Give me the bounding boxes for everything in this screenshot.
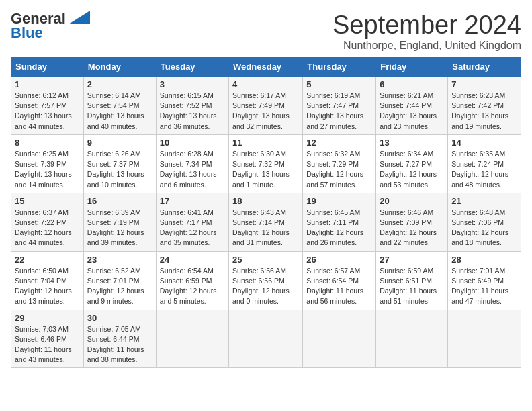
day-info: Sunrise: 6:30 AM Sunset: 7:32 PM Dayligh… — [232, 149, 299, 190]
day-info: Sunrise: 6:59 AM Sunset: 6:51 PM Dayligh… — [380, 266, 444, 307]
day-number: 24 — [160, 255, 225, 265]
day-number: 15 — [15, 196, 80, 206]
day-info: Sunrise: 6:15 AM Sunset: 7:52 PM Dayligh… — [160, 91, 225, 132]
day-info: Sunrise: 6:32 AM Sunset: 7:29 PM Dayligh… — [306, 149, 372, 190]
day-number: 17 — [160, 196, 225, 206]
calendar-cell: 4 Sunrise: 6:17 AM Sunset: 7:49 PM Dayli… — [229, 77, 303, 135]
calendar-table: SundayMondayTuesdayWednesdayThursdayFrid… — [11, 57, 521, 368]
day-number: 23 — [87, 255, 152, 265]
calendar-cell: 16 Sunrise: 6:39 AM Sunset: 7:19 PM Dayl… — [83, 193, 156, 251]
calendar-week-row: 1 Sunrise: 6:12 AM Sunset: 7:57 PM Dayli… — [11, 77, 521, 135]
day-number: 7 — [451, 79, 517, 89]
calendar-cell: 3 Sunrise: 6:15 AM Sunset: 7:52 PM Dayli… — [156, 77, 228, 135]
svg-marker-0 — [69, 11, 90, 24]
calendar-cell: 12 Sunrise: 6:32 AM Sunset: 7:29 PM Dayl… — [303, 134, 376, 193]
calendar-cell: 19 Sunrise: 6:45 AM Sunset: 7:11 PM Dayl… — [303, 193, 376, 251]
weekday-header: Tuesday — [156, 58, 228, 77]
day-info: Sunrise: 6:41 AM Sunset: 7:17 PM Dayligh… — [160, 208, 225, 248]
calendar-cell: 14 Sunrise: 6:35 AM Sunset: 7:24 PM Dayl… — [448, 134, 521, 193]
day-number: 1 — [15, 79, 80, 89]
day-info: Sunrise: 6:34 AM Sunset: 7:27 PM Dayligh… — [380, 149, 444, 190]
day-number: 3 — [160, 79, 225, 89]
day-info: Sunrise: 6:37 AM Sunset: 7:22 PM Dayligh… — [15, 208, 80, 248]
day-number: 2 — [87, 79, 152, 89]
day-info: Sunrise: 6:43 AM Sunset: 7:14 PM Dayligh… — [232, 208, 299, 248]
day-info: Sunrise: 6:52 AM Sunset: 7:01 PM Dayligh… — [87, 266, 152, 307]
day-info: Sunrise: 6:26 AM Sunset: 7:37 PM Dayligh… — [87, 149, 152, 190]
calendar-cell: 30 Sunrise: 7:05 AM Sunset: 6:44 PM Dayl… — [83, 310, 156, 368]
calendar-cell: 26 Sunrise: 6:57 AM Sunset: 6:54 PM Dayl… — [303, 251, 376, 310]
day-number: 28 — [451, 255, 517, 265]
month-title: September 2024 — [332, 11, 521, 40]
day-number: 8 — [15, 138, 80, 148]
day-info: Sunrise: 6:56 AM Sunset: 6:56 PM Dayligh… — [232, 266, 299, 307]
calendar-cell: 9 Sunrise: 6:26 AM Sunset: 7:37 PM Dayli… — [83, 134, 156, 193]
weekday-header: Saturday — [448, 58, 521, 77]
day-number: 27 — [380, 255, 444, 265]
weekday-header: Sunday — [11, 58, 84, 77]
day-info: Sunrise: 6:48 AM Sunset: 7:06 PM Dayligh… — [451, 208, 517, 248]
calendar-cell: 29 Sunrise: 7:03 AM Sunset: 6:46 PM Dayl… — [11, 310, 84, 368]
calendar-cell: 21 Sunrise: 6:48 AM Sunset: 7:06 PM Dayl… — [448, 193, 521, 251]
calendar-cell: 18 Sunrise: 6:43 AM Sunset: 7:14 PM Dayl… — [229, 193, 303, 251]
day-number: 6 — [380, 79, 444, 89]
logo-icon — [69, 11, 90, 24]
day-number: 20 — [380, 196, 444, 206]
day-info: Sunrise: 7:01 AM Sunset: 6:49 PM Dayligh… — [451, 266, 517, 307]
day-number: 5 — [306, 79, 372, 89]
calendar-cell: 7 Sunrise: 6:23 AM Sunset: 7:42 PM Dayli… — [448, 77, 521, 135]
weekday-header: Monday — [83, 58, 156, 77]
day-info: Sunrise: 6:23 AM Sunset: 7:42 PM Dayligh… — [451, 91, 517, 132]
day-info: Sunrise: 6:54 AM Sunset: 6:59 PM Dayligh… — [160, 266, 225, 307]
day-number: 11 — [232, 138, 299, 148]
day-number: 18 — [232, 196, 299, 206]
calendar-cell — [448, 310, 521, 368]
day-info: Sunrise: 6:17 AM Sunset: 7:49 PM Dayligh… — [232, 91, 299, 132]
logo: General Blue — [11, 11, 90, 42]
calendar-cell: 17 Sunrise: 6:41 AM Sunset: 7:17 PM Dayl… — [156, 193, 228, 251]
calendar-week-row: 29 Sunrise: 7:03 AM Sunset: 6:46 PM Dayl… — [11, 310, 521, 368]
weekday-header: Thursday — [303, 58, 376, 77]
calendar-cell — [156, 310, 228, 368]
day-info: Sunrise: 6:14 AM Sunset: 7:54 PM Dayligh… — [87, 91, 152, 132]
calendar-cell — [303, 310, 376, 368]
weekday-header: Wednesday — [229, 58, 303, 77]
day-number: 22 — [15, 255, 80, 265]
day-info: Sunrise: 6:12 AM Sunset: 7:57 PM Dayligh… — [15, 91, 80, 132]
day-number: 9 — [87, 138, 152, 148]
day-info: Sunrise: 6:35 AM Sunset: 7:24 PM Dayligh… — [451, 149, 517, 190]
day-number: 14 — [451, 138, 517, 148]
day-info: Sunrise: 7:03 AM Sunset: 6:46 PM Dayligh… — [15, 324, 80, 365]
calendar-week-row: 22 Sunrise: 6:50 AM Sunset: 7:04 PM Dayl… — [11, 251, 521, 310]
day-info: Sunrise: 6:45 AM Sunset: 7:11 PM Dayligh… — [306, 208, 372, 248]
day-number: 19 — [306, 196, 372, 206]
logo-blue: Blue — [11, 24, 43, 42]
weekday-header-row: SundayMondayTuesdayWednesdayThursdayFrid… — [11, 58, 521, 77]
calendar-cell: 24 Sunrise: 6:54 AM Sunset: 6:59 PM Dayl… — [156, 251, 228, 310]
calendar-cell: 28 Sunrise: 7:01 AM Sunset: 6:49 PM Dayl… — [448, 251, 521, 310]
calendar-cell: 13 Sunrise: 6:34 AM Sunset: 7:27 PM Dayl… — [376, 134, 448, 193]
calendar-cell: 1 Sunrise: 6:12 AM Sunset: 7:57 PM Dayli… — [11, 77, 84, 135]
day-number: 16 — [87, 196, 152, 206]
calendar-cell — [376, 310, 448, 368]
calendar-cell: 22 Sunrise: 6:50 AM Sunset: 7:04 PM Dayl… — [11, 251, 84, 310]
calendar-cell: 8 Sunrise: 6:25 AM Sunset: 7:39 PM Dayli… — [11, 134, 84, 193]
day-info: Sunrise: 7:05 AM Sunset: 6:44 PM Dayligh… — [87, 324, 152, 365]
calendar-week-row: 15 Sunrise: 6:37 AM Sunset: 7:22 PM Dayl… — [11, 193, 521, 251]
calendar-cell — [229, 310, 303, 368]
day-info: Sunrise: 6:25 AM Sunset: 7:39 PM Dayligh… — [15, 149, 80, 190]
day-info: Sunrise: 6:39 AM Sunset: 7:19 PM Dayligh… — [87, 208, 152, 248]
calendar-cell: 11 Sunrise: 6:30 AM Sunset: 7:32 PM Dayl… — [229, 134, 303, 193]
calendar-cell: 23 Sunrise: 6:52 AM Sunset: 7:01 PM Dayl… — [83, 251, 156, 310]
calendar-cell: 27 Sunrise: 6:59 AM Sunset: 6:51 PM Dayl… — [376, 251, 448, 310]
calendar-cell: 2 Sunrise: 6:14 AM Sunset: 7:54 PM Dayli… — [83, 77, 156, 135]
day-info: Sunrise: 6:28 AM Sunset: 7:34 PM Dayligh… — [160, 149, 225, 190]
location: Nunthorpe, England, United Kingdom — [332, 40, 521, 52]
calendar-cell: 6 Sunrise: 6:21 AM Sunset: 7:44 PM Dayli… — [376, 77, 448, 135]
day-info: Sunrise: 6:46 AM Sunset: 7:09 PM Dayligh… — [380, 208, 444, 248]
page-header: General Blue September 2024 Nunthorpe, E… — [11, 11, 521, 52]
calendar-cell: 15 Sunrise: 6:37 AM Sunset: 7:22 PM Dayl… — [11, 193, 84, 251]
day-number: 29 — [15, 313, 80, 323]
day-number: 26 — [306, 255, 372, 265]
day-number: 25 — [232, 255, 299, 265]
